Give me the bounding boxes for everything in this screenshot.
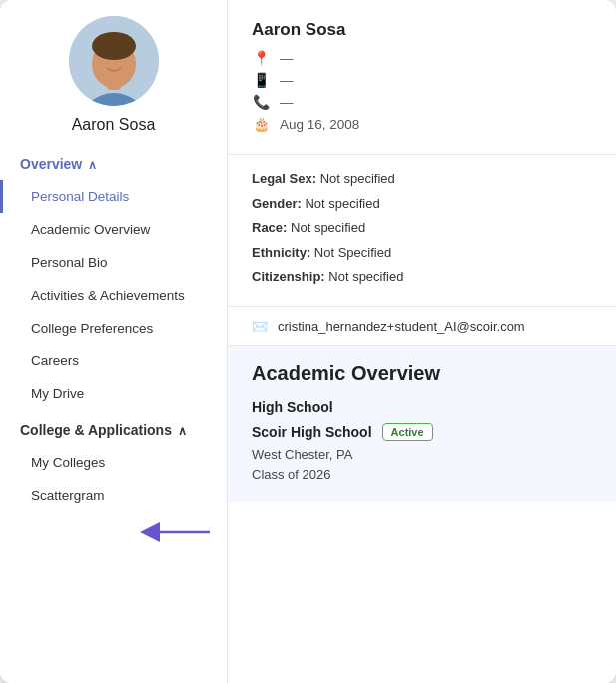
gender-value: Not specified <box>305 196 379 211</box>
phone-icon: 📞 <box>252 94 270 110</box>
citizenship-row: Citizenship: Not specified <box>252 267 592 287</box>
ethnicity-row: Ethnicity: Not Specified <box>252 243 592 263</box>
ethnicity-label: Ethnicity: <box>252 245 310 260</box>
citizenship-value: Not specified <box>328 269 403 284</box>
mobile-row: 📱 — <box>252 72 592 88</box>
active-badge: Active <box>382 423 433 441</box>
details-section: Legal Sex: Not specified Gender: Not spe… <box>228 155 616 307</box>
overview-nav[interactable]: Overview <box>0 148 227 180</box>
ethnicity-value: Not Specified <box>314 245 391 260</box>
school-location: West Chester, PA <box>252 445 592 466</box>
academic-title: Academic Overview <box>252 362 592 385</box>
race-label: Race: <box>252 220 287 235</box>
legal-sex-label: Legal Sex: <box>252 171 316 186</box>
svg-point-4 <box>92 32 136 60</box>
citizenship-label: Citizenship: <box>252 269 325 284</box>
school-type: High School <box>252 399 592 415</box>
avatar <box>69 16 159 106</box>
email-value: cristina_hernandez+student_AI@scoir.com <box>278 319 525 334</box>
legal-sex-value: Not specified <box>320 171 395 186</box>
phone-value: — <box>280 95 294 110</box>
sidebar-item-scattergram[interactable]: Scattergram <box>0 479 227 512</box>
school-name-row: Scoir High School Active <box>252 423 592 441</box>
dob-value: Aug 16, 2008 <box>280 117 359 132</box>
sidebar-item-activities[interactable]: Activities & Achievements <box>0 279 227 312</box>
sidebar-item-academic-overview[interactable]: Academic Overview <box>0 213 227 246</box>
sidebar-item-my-colleges[interactable]: My Colleges <box>0 446 227 479</box>
location-row: 📍 — <box>252 50 592 66</box>
gender-label: Gender: <box>252 196 302 211</box>
race-row: Race: Not specified <box>252 218 592 238</box>
overview-label: Overview <box>20 156 82 172</box>
sidebar-item-personal-details[interactable]: Personal Details <box>0 180 227 213</box>
phone-row: 📞 — <box>252 94 592 110</box>
school-class: Class of 2026 <box>252 465 592 486</box>
sidebar-item-personal-bio[interactable]: Personal Bio <box>0 246 227 279</box>
mobile-value: — <box>280 73 294 88</box>
sidebar-item-college-preferences[interactable]: College Preferences <box>0 312 227 344</box>
profile-name: Aaron Sosa <box>252 20 592 40</box>
sidebar-item-careers[interactable]: Careers <box>0 344 227 377</box>
college-chevron-up-icon <box>178 422 187 438</box>
gender-row: Gender: Not specified <box>252 194 592 214</box>
email-section: ✉️ cristina_hernandez+student_AI@scoir.c… <box>228 307 616 346</box>
nav-section: Overview Personal Details Academic Overv… <box>0 148 227 512</box>
main-content: Aaron Sosa 📍 — 📱 — 📞 — 🎂 Aug 16, 2008 Le… <box>228 0 616 683</box>
email-icon: ✉️ <box>252 319 268 334</box>
sidebar-item-my-drive[interactable]: My Drive <box>0 377 227 410</box>
profile-header: Aaron Sosa 📍 — 📱 — 📞 — 🎂 Aug 16, 2008 <box>228 0 616 155</box>
college-applications-header[interactable]: College & Applications <box>0 410 227 446</box>
dob-row: 🎂 Aug 16, 2008 <box>252 116 592 132</box>
calendar-icon: 🎂 <box>252 116 270 132</box>
mobile-icon: 📱 <box>252 72 270 88</box>
sidebar: Aaron Sosa Overview Personal Details Aca… <box>0 0 228 683</box>
race-value: Not specified <box>291 220 365 235</box>
academic-section: Academic Overview High School Scoir High… <box>228 346 616 503</box>
main-container: Aaron Sosa Overview Personal Details Aca… <box>0 0 616 683</box>
location-icon: 📍 <box>252 50 270 66</box>
school-name: Scoir High School <box>252 424 372 440</box>
student-name: Aaron Sosa <box>72 116 156 134</box>
overview-chevron-up-icon <box>88 156 97 172</box>
location-value: — <box>280 51 294 66</box>
legal-sex-row: Legal Sex: Not specified <box>252 169 592 189</box>
